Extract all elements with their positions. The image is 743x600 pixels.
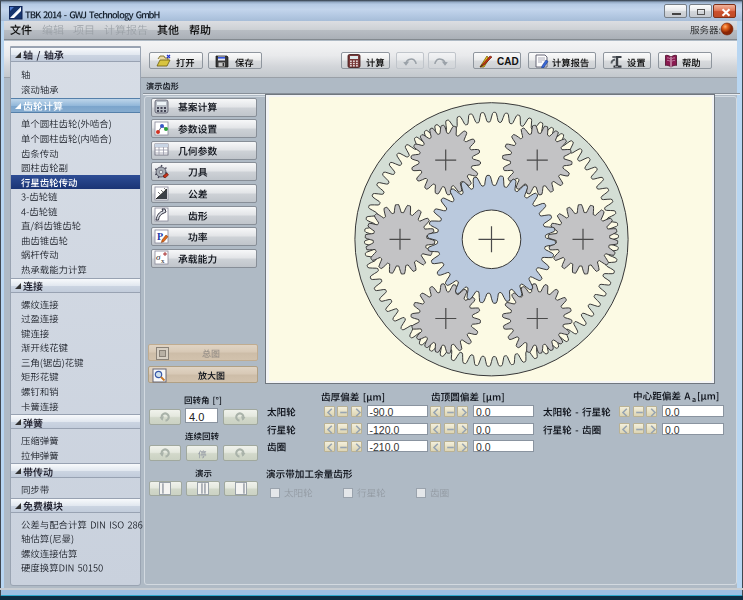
svg-text:x: x: [161, 257, 165, 265]
